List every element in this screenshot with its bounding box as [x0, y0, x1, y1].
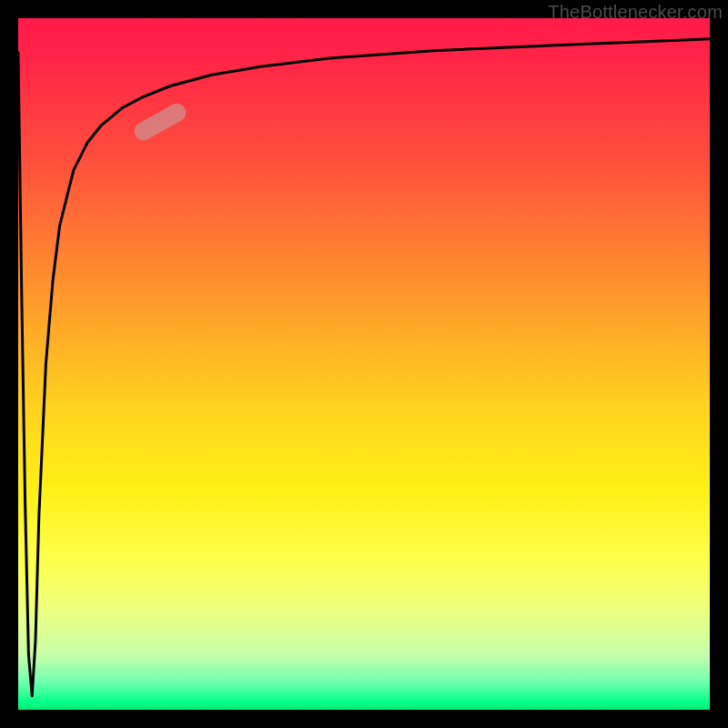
curve-svg — [18, 18, 710, 710]
plot-area — [18, 18, 710, 710]
bottleneck-curve-path — [18, 39, 710, 696]
watermark-text: TheBottlenecker.com — [548, 2, 723, 23]
chart-frame: TheBottlenecker.com — [0, 0, 728, 728]
